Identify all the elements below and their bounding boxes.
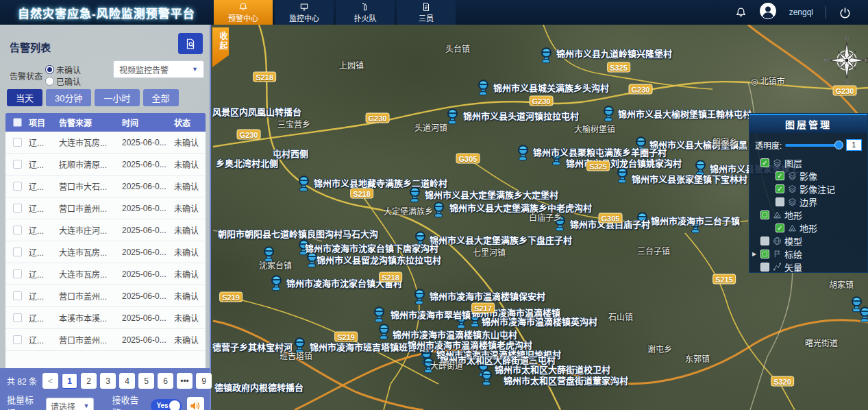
page-button-5[interactable]: 5 <box>138 373 154 389</box>
time-filter-一小时[interactable]: 一小时 <box>95 89 139 106</box>
tab-预警中心[interactable]: 预警中心 <box>214 0 273 25</box>
page-button-3[interactable]: 3 <box>100 373 116 389</box>
camera-marker[interactable] <box>297 176 310 193</box>
row-checkbox[interactable] <box>13 291 22 300</box>
alert-type-select[interactable]: 视频监控告警 ▼ <box>113 60 204 78</box>
radio-已确认[interactable]: 已确认 <box>45 75 81 87</box>
marker-head <box>415 231 425 241</box>
row-cell: 2025-06-0... <box>122 313 174 323</box>
camera-marker[interactable] <box>413 289 425 306</box>
page-button-1[interactable]: 1 <box>62 373 77 389</box>
table-row[interactable]: 辽...营口市盖州...2025-06-0...未确认 <box>5 285 206 307</box>
layer-node-影像[interactable]: ✓影像 <box>749 169 867 182</box>
layer-node-标绘[interactable]: ▶标绘 <box>749 248 867 261</box>
table-row[interactable]: 辽...大连市庄河...2025-06-0...未确认 <box>5 219 206 241</box>
tab-监控中心[interactable]: 监控中心 <box>275 0 334 25</box>
camera-marker[interactable] <box>373 306 385 324</box>
marker-base <box>618 179 626 183</box>
camera-marker[interactable] <box>270 275 282 292</box>
camera-marker[interactable] <box>602 106 615 123</box>
table-row[interactable]: 辽...大连市瓦房...2025-06-0...未确认 <box>5 263 206 285</box>
row-cell: 大连市庄河... <box>59 224 122 236</box>
time-filter-30分钟[interactable]: 30分钟 <box>46 89 91 106</box>
layer-node-模型[interactable]: 模型 <box>749 234 867 248</box>
row-cell: 2025-06-0... <box>122 138 174 147</box>
layer-checkbox[interactable] <box>760 263 769 272</box>
page-button-6[interactable]: 6 <box>158 373 173 389</box>
row-checkbox[interactable] <box>13 160 22 169</box>
compass-rose[interactable]: N S W E <box>824 34 868 85</box>
layer-node-边界[interactable]: 边界 <box>749 195 867 208</box>
camera-marker[interactable] <box>408 186 421 204</box>
layer-checkbox[interactable] <box>760 237 769 245</box>
table-row[interactable]: 辽...营口市盖州...2025-06-0...未确认 <box>5 329 206 351</box>
notification-bell-button[interactable] <box>735 7 747 19</box>
camera-marker[interactable] <box>480 370 493 387</box>
camera-marker[interactable] <box>377 324 390 341</box>
radio-未确认[interactable]: 未确认 <box>45 64 81 75</box>
power-icon <box>839 6 852 19</box>
camera-marker[interactable] <box>477 80 489 97</box>
row-checkbox[interactable] <box>13 182 22 191</box>
layer-node-影像注记[interactable]: ✓影像注记 <box>749 182 867 195</box>
opacity-value-input[interactable]: 1 <box>846 139 862 151</box>
row-checkbox[interactable] <box>13 269 22 278</box>
row-checkbox[interactable] <box>13 335 22 344</box>
camera-marker[interactable] <box>517 145 529 162</box>
expander-icon[interactable]: ▶ <box>752 251 756 257</box>
table-row[interactable]: 辽...营口市大石...2025-06-0...未确认 <box>5 176 206 197</box>
row-checkbox[interactable] <box>13 313 22 322</box>
row-checkbox[interactable] <box>13 248 22 256</box>
layer-node-图层[interactable]: ✓图层 <box>749 156 867 169</box>
alert-search-button[interactable] <box>178 33 203 54</box>
opacity-slider-knob[interactable] <box>834 141 843 149</box>
layer-checkbox[interactable] <box>760 250 769 258</box>
camera-marker[interactable] <box>446 108 458 125</box>
batch-mark-select[interactable]: 请选择 ▼ <box>46 398 94 410</box>
bell-icon <box>735 7 747 19</box>
layer-manager-panel: 图层管理 透明度: 1 ✓图层✓影像✓影像注记边界地形✓地形模型▶标绘矢量 <box>749 113 868 273</box>
table-row[interactable]: 辽...营口市盖州...2025-06-0...未确认 <box>5 197 206 219</box>
select-all-checkbox[interactable] <box>13 118 22 127</box>
camera-marker[interactable] <box>858 306 868 324</box>
table-row[interactable]: 辽...大连市瓦房...2025-06-0...未确认 <box>5 241 206 263</box>
page-button-9[interactable]: 9 <box>196 373 212 389</box>
row-checkbox[interactable] <box>13 204 22 213</box>
marker-base <box>482 381 491 385</box>
time-filter-全部[interactable]: 全部 <box>143 89 179 106</box>
layer-node-地形[interactable]: ✓地形 <box>749 221 867 234</box>
layer-checkbox[interactable]: ✓ <box>776 224 784 232</box>
sound-alert-button[interactable] <box>187 397 204 410</box>
time-filter-当天[interactable]: 当天 <box>7 89 42 106</box>
layer-checkbox[interactable]: ✓ <box>776 184 784 193</box>
layer-checkbox[interactable]: ✓ <box>776 171 784 180</box>
layer-node-地形[interactable]: 地形 <box>749 208 867 221</box>
flag-icon <box>773 250 782 258</box>
tab-三员[interactable]: 三员 <box>397 0 456 25</box>
user-avatar[interactable] <box>759 2 777 23</box>
row-cell: 未确认 <box>174 268 206 280</box>
layer-node-矢量[interactable]: 矢量 <box>749 261 867 274</box>
layer-checkbox[interactable]: ✓ <box>760 158 769 167</box>
prev-page-button[interactable]: < <box>42 373 58 389</box>
radio-dot <box>45 77 54 86</box>
camera-marker[interactable] <box>432 202 445 219</box>
layer-checkbox[interactable] <box>760 210 769 219</box>
tab-扑火队[interactable]: 扑火队 <box>336 0 395 25</box>
camera-marker[interactable] <box>616 167 628 184</box>
opacity-slider[interactable] <box>785 144 839 147</box>
page-button-4[interactable]: 4 <box>119 373 135 389</box>
page-button-2[interactable]: 2 <box>81 373 97 389</box>
layer-checkbox[interactable] <box>776 197 784 206</box>
table-row[interactable]: 辽...抚顺市清原...2025-06-0...未确认 <box>5 154 206 176</box>
table-row[interactable]: 辽...大连市瓦房...2025-06-0...未确认 <box>5 132 206 154</box>
receive-alert-toggle[interactable]: Yes <box>151 399 181 410</box>
table-row[interactable]: 辽...本溪市本溪...2025-06-0...未确认 <box>5 307 206 329</box>
row-cell: 营口市盖州... <box>59 334 122 346</box>
camera-marker[interactable] <box>540 47 552 64</box>
row-cell: 营口市盖州... <box>59 202 122 214</box>
row-checkbox[interactable] <box>13 138 22 147</box>
row-checkbox[interactable] <box>13 226 22 234</box>
page-button-•••[interactable]: ••• <box>177 373 193 389</box>
logout-power-button[interactable] <box>839 6 852 19</box>
